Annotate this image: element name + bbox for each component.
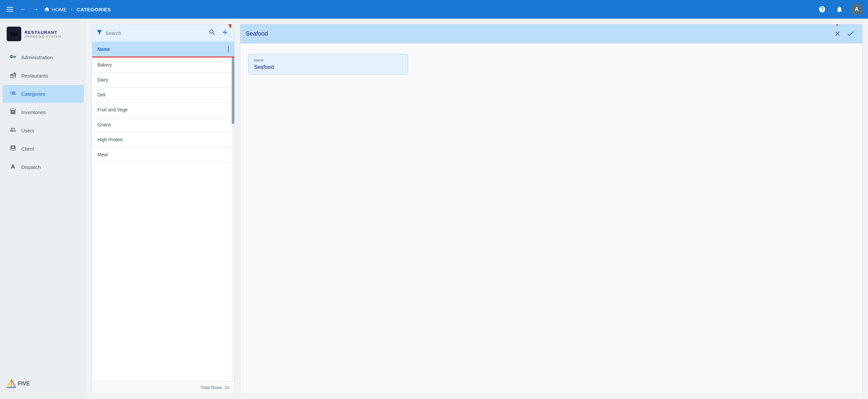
utensils-icon [9,71,17,80]
checkmark-icon [846,30,855,37]
sidebar-item-client[interactable]: Client [3,140,84,158]
notifications-button[interactable] [833,3,845,15]
sidebar-item-inventories-label: Inventories [21,110,45,115]
sidebar-logo: RESTAURANT ORDERING SYSTEM [0,24,87,48]
name-field-value: Seafood [254,64,402,70]
main-layout: RESTAURANT ORDERING SYSTEM Administratio… [0,19,868,399]
key-icon [9,53,17,62]
sidebar-item-categories[interactable]: Categories [3,85,84,103]
sidebar-item-administration-label: Administration [21,55,53,60]
column-name-header: Name [97,47,228,52]
list-body: Bakery Dairy Deli Fruit and Vege Grains … [92,58,235,381]
list-header: Name [92,42,235,58]
current-page-label: CATEGORIES [76,7,111,12]
filter-icon[interactable] [96,29,103,37]
total-rows-label: Total Rows: 10 [201,385,229,390]
home-link[interactable]: HOME [44,6,67,12]
inventory-icon [9,108,17,116]
close-button[interactable] [831,29,844,38]
sidebar: RESTAURANT ORDERING SYSTEM Administratio… [0,19,87,399]
name-field-container[interactable]: Name Seafood [248,54,408,74]
search-input[interactable] [105,30,205,36]
avatar[interactable]: A [851,3,863,15]
top-navigation: ← → HOME › CATEGORIES A [0,0,868,19]
back-button[interactable]: ← [19,5,27,14]
logo-main-text: RESTAURANT [25,30,62,35]
logo-sub-text: ORDERING SYSTEM [25,35,62,38]
list-toolbar [92,24,235,42]
search-button[interactable] [207,27,217,39]
detail-panel: Seafood [240,24,863,394]
detail-toolbar: Seafood [240,24,862,43]
close-icon [834,30,841,37]
help-button[interactable] [816,3,828,15]
list-footer: Total Rows: 10 [92,381,235,393]
add-icon [221,28,229,36]
dispatch-icon [9,163,17,171]
breadcrumb-separator: › [71,6,72,12]
list-item[interactable]: Grains [92,117,235,132]
scrollbar-thumb[interactable] [232,58,235,124]
home-label: HOME [52,7,67,12]
name-field-label: Name [254,58,402,62]
users-icon [9,126,17,135]
sidebar-item-restaurants[interactable]: Restaurants [3,67,84,85]
sidebar-item-administration[interactable]: Administration [3,49,84,66]
search-icon [209,29,216,36]
sidebar-item-dispatch[interactable]: Dispatch [3,158,84,176]
sidebar-item-restaurants-label: Restaurants [21,73,48,79]
sidebar-item-dispatch-label: Dispatch [21,164,40,170]
sidebar-item-users[interactable]: Users [3,122,84,139]
confirm-button[interactable] [844,28,857,39]
detail-title: Seafood [246,30,831,37]
sidebar-item-categories-label: Categories [21,91,45,97]
list-icon [9,90,17,98]
content-area: Name Bakery Dairy Deli Fruit and Vege [87,19,868,399]
bell-icon [836,6,843,13]
list-item[interactable]: Bakery [92,58,235,72]
sidebar-footer: FIVE [0,374,87,394]
scrollbar-track [232,58,235,381]
help-icon [818,6,826,13]
hamburger-menu[interactable] [5,6,14,13]
sidebar-item-client-label: Client [21,146,34,152]
list-item[interactable]: Deli [92,87,235,102]
sidebar-nav: Administration Restaurants Categor [0,48,87,374]
sidebar-item-users-label: Users [21,128,34,133]
detail-body: Name Seafood [240,43,862,393]
home-icon [44,6,50,12]
column-resizer[interactable] [228,46,229,53]
logo-icon [7,27,21,41]
list-item[interactable]: Fruit and Vege [92,102,235,117]
sidebar-item-inventories[interactable]: Inventories [3,103,84,121]
five-logo: FIVE [7,379,80,388]
list-item[interactable]: Meat [92,147,235,162]
five-logo-icon [7,379,16,388]
client-icon [9,145,17,153]
list-item[interactable]: High Protein [92,132,235,147]
list-item[interactable]: Dairy [92,72,235,87]
forward-button[interactable]: → [31,5,40,14]
five-logo-text: FIVE [18,381,30,387]
add-button[interactable] [220,27,230,39]
svg-line-3 [7,379,11,387]
list-panel: Name Bakery Dairy Deli Fruit and Vege [92,24,235,394]
